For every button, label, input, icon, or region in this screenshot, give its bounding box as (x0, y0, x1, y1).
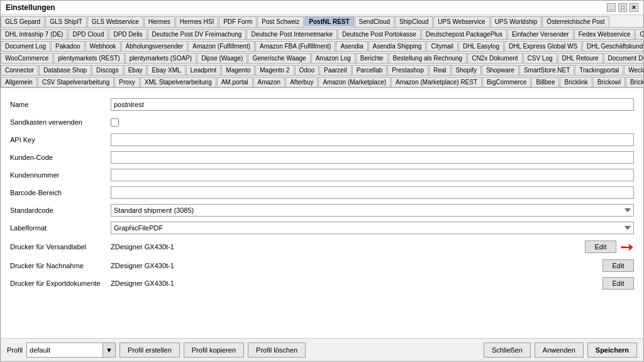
profil-erstellen-button[interactable]: Profil erstellen (119, 342, 180, 358)
maximize-button[interactable]: □ (618, 3, 627, 12)
tab-plentymarkets-soap[interactable]: plentymarkets (SOAP) (125, 53, 196, 63)
tab-dhl-easylog[interactable]: DHL Easylog (458, 41, 504, 51)
tab-webhook[interactable]: Webhook (86, 41, 121, 51)
tab-brickscout[interactable]: Brickscout (626, 77, 643, 87)
tab-dpd-delis[interactable]: DPD Delis (109, 29, 147, 39)
tab-plentymarkets-rest[interactable]: plentymarkets (REST) (53, 53, 124, 63)
tab-real[interactable]: Real (429, 65, 451, 75)
tab-shopify[interactable]: Shopify (452, 65, 481, 75)
labelformat-select[interactable]: GraphicFilePDF (111, 222, 634, 234)
tab-shopware[interactable]: Shopware (482, 65, 519, 75)
tab-discogs[interactable]: Discogs (92, 65, 123, 75)
tab-dhl-express-global[interactable]: DHL Express Global WS (504, 41, 582, 51)
tab-magento[interactable]: Magento (221, 65, 255, 75)
tab-parcellab[interactable]: Parcellab (352, 65, 387, 75)
tab-ebay[interactable]: Ebay (124, 65, 147, 75)
tab-dipse-waage[interactable]: Dipse (Waage) (197, 53, 247, 63)
profile-select[interactable]: default (27, 343, 103, 357)
tab-dhl-intraship[interactable]: DHL Intraship 7 (DE) (1, 29, 67, 39)
close-button[interactable]: ✕ (630, 3, 638, 12)
tab-hermes-hsi[interactable]: Hermes HSI (175, 16, 218, 27)
tab-trackingportal[interactable]: Trackingportal (575, 65, 623, 75)
tab-hermes[interactable]: Hermes (144, 16, 175, 27)
tab-einfacher-versender[interactable]: Einfacher Versender (508, 29, 574, 39)
tab-document-downloader[interactable]: Document Downloader (604, 53, 643, 63)
tab-abholungsversender[interactable]: Abholungsversender (121, 41, 188, 51)
tab-asendia[interactable]: Asendia (336, 41, 367, 51)
tab-amazon-marketplace[interactable]: Amazon (Marketplace) (318, 77, 391, 87)
tab-dhl-retoure[interactable]: DHL Retoure (558, 53, 603, 63)
anwenden-button[interactable]: Anwenden (535, 342, 584, 358)
tab-prestashop[interactable]: Prestashop (387, 65, 428, 75)
tab-pdf-form[interactable]: PDF Form (219, 16, 257, 27)
drucker-exportdokumente-edit-button[interactable]: Edit (602, 277, 634, 290)
tab-generische-waage[interactable]: Generische Waage (248, 53, 310, 63)
tab-database-shop[interactable]: Database Shop (39, 65, 91, 75)
tab-amazon-marketplace-rest[interactable]: Amazon (Marketplace) REST (391, 77, 482, 87)
tab-ups-worldship[interactable]: UPS Worldship (491, 16, 542, 27)
tab-billbee[interactable]: Billbee (531, 77, 559, 87)
drucker-nachnahme-edit-button[interactable]: Edit (602, 259, 634, 272)
speichern-button[interactable]: Speichern (587, 342, 637, 358)
schliessen-button[interactable]: Schließen (484, 342, 531, 358)
tab-bigcommerce[interactable]: BigCommerce (482, 77, 531, 87)
tab-deutschepost-package[interactable]: Deutschepost PackagePlus (421, 29, 507, 39)
tab-dhl-geschaeft[interactable]: DHL Geschäftskundenversand (582, 41, 643, 51)
tab-asendia-shipping[interactable]: Asendia Shipping (369, 41, 426, 51)
tab-oesterreichische-post[interactable]: Österreichische Post (542, 16, 609, 27)
tab-amazon-log[interactable]: Amazon Log (311, 53, 355, 63)
tab-deutsche-post-internet[interactable]: Deutsche Post Internetmarke (247, 29, 337, 39)
tab-pakadoo[interactable]: Pakadoo (51, 41, 84, 51)
profil-kopieren-button[interactable]: Profil kopieren (184, 342, 244, 358)
tab-shipcloud[interactable]: ShipCloud (395, 16, 433, 27)
tab-leadprint[interactable]: Leadprint (186, 65, 221, 75)
tab-proxy[interactable]: Proxy (114, 77, 140, 87)
tab-gel-express[interactable]: GEL Express (635, 29, 643, 39)
tab-paarzeit[interactable]: Paarzeit (319, 65, 352, 75)
tab-sendcloud[interactable]: SendCloud (355, 16, 394, 27)
tab-woocommerce[interactable]: WooCommerce (1, 53, 53, 63)
profile-dropdown-button[interactable]: ▼ (103, 343, 115, 357)
tab-amazon[interactable]: Amazon (253, 77, 286, 87)
tab-magento2[interactable]: Magento 2 (255, 65, 294, 75)
tab-cn2x-dokument[interactable]: CN2x Dokument (467, 53, 522, 63)
tab-bestellung-als-rechnung[interactable]: Bestellung als Rechnung (389, 53, 467, 63)
tab-ups-webservice[interactable]: UPS Webservice (433, 16, 489, 27)
sandbox-checkbox[interactable] (111, 118, 119, 127)
tab-berichte[interactable]: Berichte (356, 53, 388, 63)
tab-csv-log[interactable]: CSV Log (523, 53, 557, 63)
minimize-button[interactable]: _ (607, 3, 616, 12)
tab-odoo[interactable]: Odoo (295, 65, 319, 75)
tab-gls-webservice[interactable]: GLS Webservice (87, 16, 143, 27)
tab-postnl-rest[interactable]: PostNL REST (304, 16, 353, 27)
tab-fedex-webservice[interactable]: Fedex Webservice (574, 29, 635, 39)
standardcode-select[interactable]: Standard shipment (3085) (111, 204, 634, 217)
tab-allgemein[interactable]: Allgemein (1, 77, 37, 87)
apikey-input[interactable] (111, 133, 634, 146)
tab-brickowl[interactable]: Brickowl (593, 77, 625, 87)
tab-amazon-fulfillment[interactable]: Amazon (Fulfillment) (188, 41, 255, 51)
tab-deutsche-post-porto[interactable]: Deutsche Post Portokasse (338, 29, 421, 39)
kundennummer-input[interactable] (111, 169, 634, 181)
tab-weclapp[interactable]: Weclapp (624, 65, 643, 75)
tab-connector[interactable]: Connector (1, 65, 38, 75)
tab-amazon-fba[interactable]: Amazon FBA (Fulfillment) (255, 41, 335, 51)
tab-post-schweiz[interactable]: Post Schweiz (257, 16, 304, 27)
tab-citymail[interactable]: Citymail (426, 41, 458, 51)
tab-dpd-cloud[interactable]: DPD Cloud (68, 29, 108, 39)
tab-xml-stapel[interactable]: XML Stapelverarbeitung (140, 77, 216, 87)
profil-loeschen-button[interactable]: Profil löschen (248, 342, 306, 358)
tab-ebay-xml[interactable]: Ebay XML (147, 65, 185, 75)
tab-csv-stapel[interactable]: CSV Stapelverarbeitung (38, 77, 114, 87)
kunden-code-input[interactable] (111, 151, 634, 164)
tab-smartstore[interactable]: SmartStore.NET (519, 65, 574, 75)
tab-amportal[interactable]: AM.portal (217, 77, 253, 87)
barcode-input[interactable] (111, 186, 634, 199)
tab-gls-shipit[interactable]: GLS ShipIT (45, 16, 87, 27)
tab-deutsche-post-dv[interactable]: Deutsche Post DV Freimachung (148, 29, 247, 39)
tab-gls-gepard[interactable]: GLS Gepard (1, 16, 45, 27)
drucker-versandlabel-edit-button[interactable]: Edit (585, 240, 616, 253)
tab-bricklink[interactable]: Bricklink (560, 77, 592, 87)
tab-afterbuy[interactable]: Afterbuy (286, 77, 318, 87)
tab-document-log[interactable]: Document Log (1, 41, 50, 51)
